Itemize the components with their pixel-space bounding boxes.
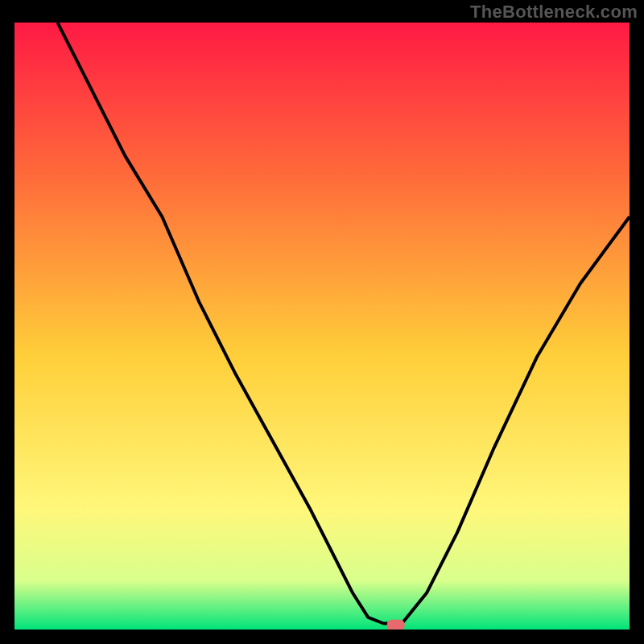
plot-area (14, 23, 630, 630)
chart-frame: TheBottleneck.com (0, 0, 644, 644)
optimal-marker (387, 620, 405, 630)
watermark-text: TheBottleneck.com (470, 2, 638, 23)
gradient-background (14, 23, 630, 630)
plot-svg (14, 23, 630, 630)
